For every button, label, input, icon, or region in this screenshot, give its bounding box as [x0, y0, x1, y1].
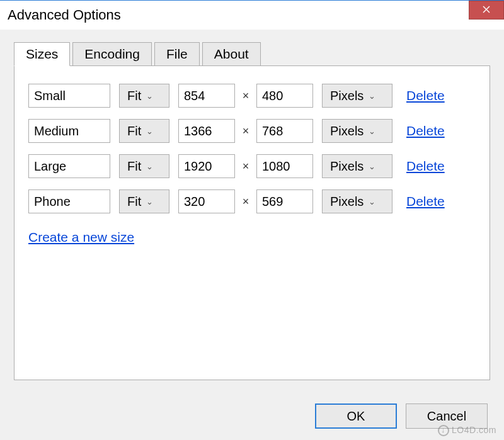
delete-link[interactable]: Delete [406, 159, 445, 174]
tab-label: File [166, 47, 188, 61]
fit-mode-select[interactable]: Fit ⌄ [119, 84, 169, 108]
size-row: Fit ⌄ × Pixels ⌄ Delete [28, 119, 476, 143]
delete-link[interactable]: Delete [406, 194, 445, 209]
select-value: Fit [127, 159, 141, 174]
size-name-input[interactable] [28, 84, 110, 108]
width-input[interactable] [178, 119, 235, 143]
chevron-down-icon: ⌄ [146, 162, 153, 171]
select-value: Pixels [330, 159, 364, 174]
height-input[interactable] [256, 119, 313, 143]
size-row: Fit ⌄ × Pixels ⌄ Delete [28, 189, 476, 213]
size-name-input[interactable] [28, 189, 110, 213]
watermark-text: LO4D.com [452, 425, 496, 435]
select-value: Fit [127, 89, 141, 103]
chevron-down-icon: ⌄ [146, 197, 153, 206]
select-value: Pixels [330, 195, 364, 209]
width-input[interactable] [178, 84, 235, 108]
tab-panel-sizes: Fit ⌄ × Pixels ⌄ Delete Fit ⌄ [14, 65, 490, 380]
window: Advanced Options Sizes Encoding File Abo… [0, 0, 504, 440]
tab-label: Encoding [84, 47, 140, 61]
size-name-input[interactable] [28, 154, 110, 178]
width-input[interactable] [178, 189, 235, 213]
watermark: LO4D.com [438, 425, 496, 436]
select-value: Fit [127, 195, 141, 209]
multiply-symbol: × [241, 89, 250, 103]
window-title: Advanced Options [8, 7, 121, 23]
fit-mode-select[interactable]: Fit ⌄ [119, 154, 169, 178]
chevron-down-icon: ⌄ [369, 127, 375, 136]
fit-mode-select[interactable]: Fit ⌄ [119, 189, 169, 213]
close-icon [483, 4, 490, 16]
units-select[interactable]: Pixels ⌄ [322, 84, 392, 108]
delete-link[interactable]: Delete [406, 88, 445, 103]
size-row: Fit ⌄ × Pixels ⌄ Delete [28, 154, 476, 178]
close-button[interactable] [469, 1, 504, 20]
tab-encoding[interactable]: Encoding [72, 42, 152, 66]
chevron-down-icon: ⌄ [369, 162, 375, 171]
create-new-size-link[interactable]: Create a new size [28, 230, 134, 245]
select-value: Pixels [330, 124, 364, 138]
size-row: Fit ⌄ × Pixels ⌄ Delete [28, 84, 476, 108]
chevron-down-icon: ⌄ [146, 91, 153, 101]
multiply-symbol: × [241, 160, 250, 173]
select-value: Pixels [330, 89, 364, 103]
chevron-down-icon: ⌄ [369, 197, 375, 206]
delete-link[interactable]: Delete [406, 123, 445, 138]
select-value: Fit [127, 124, 141, 138]
chevron-down-icon: ⌄ [369, 91, 375, 101]
tab-label: Sizes [26, 47, 58, 61]
units-select[interactable]: Pixels ⌄ [322, 154, 392, 178]
tab-file[interactable]: File [154, 42, 200, 66]
tab-strip: Sizes Encoding File About [14, 42, 490, 66]
fit-mode-select[interactable]: Fit ⌄ [119, 119, 169, 143]
height-input[interactable] [256, 154, 313, 178]
multiply-symbol: × [241, 125, 250, 138]
chevron-down-icon: ⌄ [146, 127, 153, 136]
height-input[interactable] [256, 84, 313, 108]
ok-button[interactable]: OK [315, 403, 397, 429]
tab-label: About [214, 47, 249, 61]
tab-sizes[interactable]: Sizes [14, 42, 70, 66]
tab-about[interactable]: About [202, 42, 261, 66]
width-input[interactable] [178, 154, 235, 178]
multiply-symbol: × [241, 195, 250, 208]
height-input[interactable] [256, 189, 313, 213]
client-area: Sizes Encoding File About Fit ⌄ × Pixels… [0, 30, 504, 380]
titlebar: Advanced Options [0, 1, 504, 30]
download-icon [438, 425, 449, 436]
units-select[interactable]: Pixels ⌄ [322, 189, 392, 213]
size-name-input[interactable] [28, 119, 110, 143]
units-select[interactable]: Pixels ⌄ [322, 119, 392, 143]
